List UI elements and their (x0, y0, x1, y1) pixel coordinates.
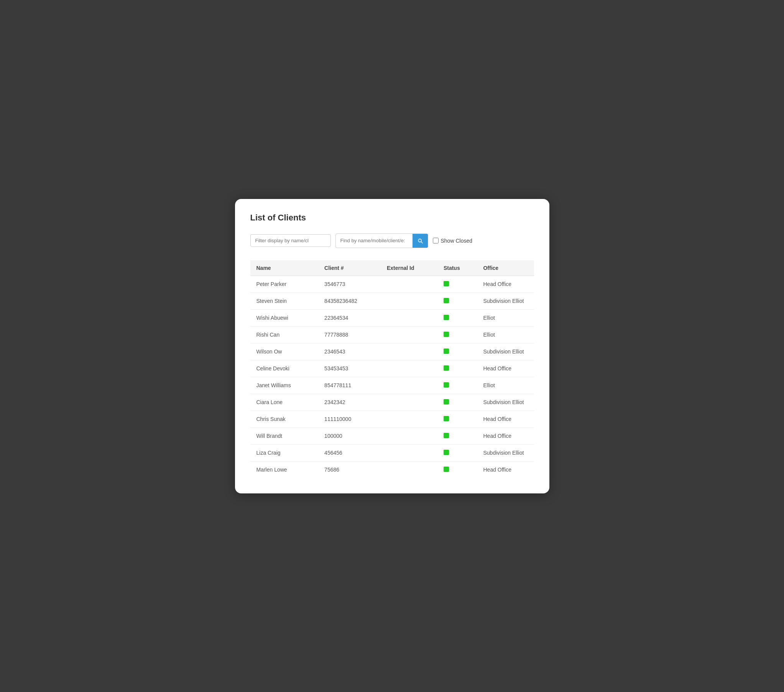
cell-external-id (381, 343, 437, 360)
table-row[interactable]: Liza Craig456456Subdivision Elliot (250, 444, 534, 461)
cell-external-id (381, 310, 437, 326)
clients-table: Name Client # External Id Status Office … (250, 260, 534, 478)
status-indicator (443, 315, 449, 320)
cell-external-id (381, 410, 437, 427)
status-indicator (443, 281, 449, 287)
status-indicator (443, 466, 449, 472)
cell-name: Marlen Lowe (250, 461, 319, 478)
cell-external-id (381, 293, 437, 310)
cell-office: Head Office (477, 427, 534, 444)
cell-client-num: 75686 (318, 461, 381, 478)
cell-office: Elliot (477, 326, 534, 343)
cell-status (437, 310, 477, 326)
cell-client-num: 2346543 (318, 343, 381, 360)
cell-status (437, 427, 477, 444)
cell-external-id (381, 377, 437, 394)
cell-status (437, 444, 477, 461)
cell-office: Head Office (477, 410, 534, 427)
cell-office: Subdivision Elliot (477, 444, 534, 461)
status-indicator (443, 450, 449, 455)
cell-external-id (381, 444, 437, 461)
status-indicator (443, 365, 449, 371)
col-header-office: Office (477, 260, 534, 276)
table-row[interactable]: Steven Stein84358236482Subdivision Ellio… (250, 293, 534, 310)
cell-status (437, 293, 477, 310)
cell-external-id (381, 427, 437, 444)
table-row[interactable]: Wishi Abuewi22364534Elliot (250, 310, 534, 326)
status-indicator (443, 382, 449, 387)
table-header: Name Client # External Id Status Office (250, 260, 534, 276)
status-indicator (443, 416, 449, 421)
table-row[interactable]: Marlen Lowe75686Head Office (250, 461, 534, 478)
cell-external-id (381, 360, 437, 377)
search-input[interactable] (336, 235, 412, 247)
status-indicator (443, 298, 449, 303)
col-header-status: Status (437, 260, 477, 276)
cell-name: Steven Stein (250, 293, 319, 310)
col-header-external: External Id (381, 260, 437, 276)
cell-client-num: 456456 (318, 444, 381, 461)
cell-name: Wilson Ow (250, 343, 319, 360)
main-card: List of Clients Show Closed Name Client … (235, 199, 549, 493)
table-body: Peter Parker3546773Head OfficeSteven Ste… (250, 276, 534, 478)
search-group (336, 234, 428, 248)
toolbar: Show Closed (250, 234, 534, 248)
status-indicator (443, 433, 449, 438)
cell-name: Will Brandt (250, 427, 319, 444)
cell-status (437, 377, 477, 394)
cell-status (437, 461, 477, 478)
show-closed-label: Show Closed (441, 238, 473, 244)
status-indicator (443, 332, 449, 337)
cell-name: Peter Parker (250, 276, 319, 293)
table-row[interactable]: Wilson Ow2346543Subdivision Elliot (250, 343, 534, 360)
cell-name: Wishi Abuewi (250, 310, 319, 326)
cell-external-id (381, 461, 437, 478)
col-header-name: Name (250, 260, 319, 276)
cell-client-num: 3546773 (318, 276, 381, 293)
cell-name: Celine Devoki (250, 360, 319, 377)
table-row[interactable]: Ciara Lone2342342Subdivision Elliot (250, 394, 534, 410)
cell-name: Liza Craig (250, 444, 319, 461)
cell-external-id (381, 394, 437, 410)
filter-input[interactable] (250, 234, 331, 247)
cell-name: Chris Sunak (250, 410, 319, 427)
cell-client-num: 2342342 (318, 394, 381, 410)
table-row[interactable]: Celine Devoki53453453Head Office (250, 360, 534, 377)
cell-client-num: 111110000 (318, 410, 381, 427)
cell-client-num: 84358236482 (318, 293, 381, 310)
cell-name: Ciara Lone (250, 394, 319, 410)
table-row[interactable]: Rishi Can77778888Elliot (250, 326, 534, 343)
cell-office: Subdivision Elliot (477, 394, 534, 410)
cell-office: Elliot (477, 310, 534, 326)
cell-office: Head Office (477, 276, 534, 293)
cell-office: Elliot (477, 377, 534, 394)
show-closed-checkbox[interactable] (433, 238, 438, 244)
cell-client-num: 22364534 (318, 310, 381, 326)
cell-client-num: 77778888 (318, 326, 381, 343)
table-row[interactable]: Chris Sunak111110000Head Office (250, 410, 534, 427)
cell-status (437, 276, 477, 293)
cell-client-num: 53453453 (318, 360, 381, 377)
cell-status (437, 394, 477, 410)
table-row[interactable]: Will Brandt100000Head Office (250, 427, 534, 444)
col-header-client: Client # (318, 260, 381, 276)
page-title: List of Clients (250, 213, 534, 223)
cell-client-num: 854778111 (318, 377, 381, 394)
cell-office: Subdivision Elliot (477, 343, 534, 360)
status-indicator (443, 348, 449, 354)
cell-office: Head Office (477, 461, 534, 478)
cell-office: Subdivision Elliot (477, 293, 534, 310)
search-button[interactable] (412, 234, 428, 248)
show-closed-group: Show Closed (433, 238, 473, 244)
cell-status (437, 410, 477, 427)
cell-name: Janet Williams (250, 377, 319, 394)
table-row[interactable]: Peter Parker3546773Head Office (250, 276, 534, 293)
cell-status (437, 343, 477, 360)
cell-external-id (381, 326, 437, 343)
table-row[interactable]: Janet Williams854778111Elliot (250, 377, 534, 394)
search-icon (417, 238, 423, 244)
cell-status (437, 326, 477, 343)
cell-external-id (381, 276, 437, 293)
cell-status (437, 360, 477, 377)
status-indicator (443, 399, 449, 404)
